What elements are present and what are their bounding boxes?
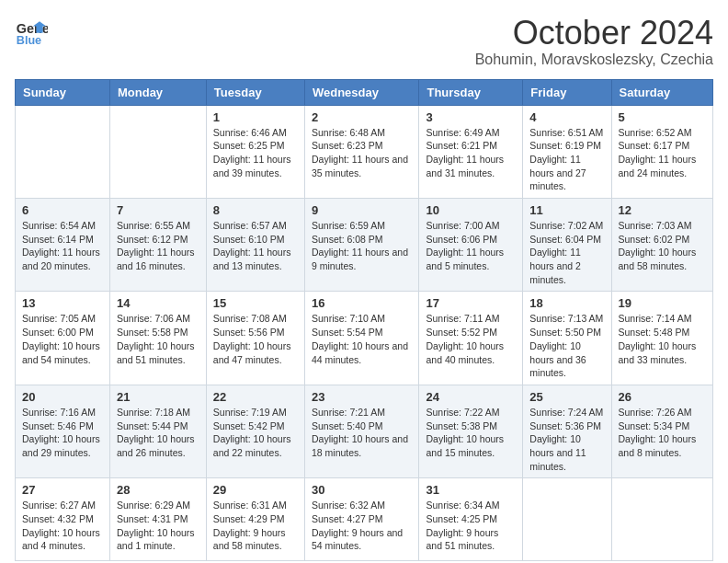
day-number: 23 <box>312 390 413 404</box>
day-info: Sunrise: 7:18 AM Sunset: 5:44 PM Dayligh… <box>117 406 199 460</box>
day-info: Sunrise: 7:21 AM Sunset: 5:40 PM Dayligh… <box>312 406 413 460</box>
day-number: 3 <box>426 110 516 124</box>
title-block: October 2024 Bohumin, Moravskoslezsky, C… <box>475 15 713 68</box>
calendar-cell: 14Sunrise: 7:06 AM Sunset: 5:58 PM Dayli… <box>109 292 206 385</box>
day-info: Sunrise: 7:11 AM Sunset: 5:52 PM Dayligh… <box>426 312 516 366</box>
calendar-cell: 1Sunrise: 6:46 AM Sunset: 6:25 PM Daylig… <box>206 105 304 198</box>
day-number: 6 <box>22 203 103 217</box>
calendar-cell: 7Sunrise: 6:55 AM Sunset: 6:12 PM Daylig… <box>109 199 206 292</box>
calendar-week-2: 6Sunrise: 6:54 AM Sunset: 6:14 PM Daylig… <box>16 199 713 292</box>
day-info: Sunrise: 7:03 AM Sunset: 6:02 PM Dayligh… <box>619 219 706 273</box>
header-thursday: Thursday <box>419 79 523 105</box>
day-number: 30 <box>312 483 413 497</box>
day-info: Sunrise: 6:49 AM Sunset: 6:21 PM Dayligh… <box>426 126 516 180</box>
day-info: Sunrise: 7:02 AM Sunset: 6:04 PM Dayligh… <box>529 219 604 286</box>
header-wednesday: Wednesday <box>304 79 419 105</box>
calendar-cell: 8Sunrise: 6:57 AM Sunset: 6:10 PM Daylig… <box>206 199 304 292</box>
day-number: 18 <box>529 296 604 310</box>
month-title: October 2024 <box>475 15 713 52</box>
day-info: Sunrise: 6:51 AM Sunset: 6:19 PM Dayligh… <box>529 126 604 193</box>
day-info: Sunrise: 6:46 AM Sunset: 6:25 PM Dayligh… <box>213 126 298 180</box>
calendar-cell: 10Sunrise: 7:00 AM Sunset: 6:06 PM Dayli… <box>419 199 523 292</box>
logo-icon: General Blue <box>15 15 48 48</box>
calendar-cell: 20Sunrise: 7:16 AM Sunset: 5:46 PM Dayli… <box>16 385 110 477</box>
calendar-week-5: 27Sunrise: 6:27 AM Sunset: 4:32 PM Dayli… <box>16 478 713 561</box>
day-number: 29 <box>213 483 298 497</box>
day-info: Sunrise: 6:29 AM Sunset: 4:31 PM Dayligh… <box>117 499 199 553</box>
day-info: Sunrise: 7:08 AM Sunset: 5:56 PM Dayligh… <box>213 312 298 366</box>
day-info: Sunrise: 7:13 AM Sunset: 5:50 PM Dayligh… <box>529 312 604 379</box>
day-number: 8 <box>213 203 298 217</box>
day-number: 28 <box>117 483 199 497</box>
day-info: Sunrise: 7:14 AM Sunset: 5:48 PM Dayligh… <box>619 312 706 366</box>
calendar-cell: 30Sunrise: 6:32 AM Sunset: 4:27 PM Dayli… <box>304 478 419 561</box>
calendar-cell: 5Sunrise: 6:52 AM Sunset: 6:17 PM Daylig… <box>611 105 712 198</box>
calendar-cell: 29Sunrise: 6:31 AM Sunset: 4:29 PM Dayli… <box>206 478 304 561</box>
day-info: Sunrise: 7:16 AM Sunset: 5:46 PM Dayligh… <box>22 406 103 460</box>
day-number: 31 <box>426 483 516 497</box>
day-number: 16 <box>312 296 413 310</box>
logo: General Blue <box>15 15 51 48</box>
day-info: Sunrise: 7:19 AM Sunset: 5:42 PM Dayligh… <box>213 406 298 460</box>
header-monday: Monday <box>109 79 206 105</box>
calendar-cell: 9Sunrise: 6:59 AM Sunset: 6:08 PM Daylig… <box>304 199 419 292</box>
header-sunday: Sunday <box>16 79 110 105</box>
calendar-week-3: 13Sunrise: 7:05 AM Sunset: 6:00 PM Dayli… <box>16 292 713 385</box>
day-info: Sunrise: 7:24 AM Sunset: 5:36 PM Dayligh… <box>529 406 604 473</box>
day-number: 10 <box>426 203 516 217</box>
calendar-cell: 18Sunrise: 7:13 AM Sunset: 5:50 PM Dayli… <box>523 292 611 385</box>
calendar-cell: 26Sunrise: 7:26 AM Sunset: 5:34 PM Dayli… <box>611 385 712 477</box>
day-number: 27 <box>22 483 103 497</box>
calendar-cell: 15Sunrise: 7:08 AM Sunset: 5:56 PM Dayli… <box>206 292 304 385</box>
calendar-cell: 6Sunrise: 6:54 AM Sunset: 6:14 PM Daylig… <box>16 199 110 292</box>
calendar-cell: 31Sunrise: 6:34 AM Sunset: 4:25 PM Dayli… <box>419 478 523 561</box>
day-info: Sunrise: 7:22 AM Sunset: 5:38 PM Dayligh… <box>426 406 516 460</box>
calendar-cell: 17Sunrise: 7:11 AM Sunset: 5:52 PM Dayli… <box>419 292 523 385</box>
calendar-cell: 24Sunrise: 7:22 AM Sunset: 5:38 PM Dayli… <box>419 385 523 477</box>
header-saturday: Saturday <box>611 79 712 105</box>
calendar-cell: 22Sunrise: 7:19 AM Sunset: 5:42 PM Dayli… <box>206 385 304 477</box>
day-info: Sunrise: 6:57 AM Sunset: 6:10 PM Dayligh… <box>213 219 298 273</box>
svg-text:Blue: Blue <box>17 34 41 47</box>
day-info: Sunrise: 6:52 AM Sunset: 6:17 PM Dayligh… <box>619 126 706 180</box>
day-number: 2 <box>312 110 413 124</box>
day-info: Sunrise: 7:00 AM Sunset: 6:06 PM Dayligh… <box>426 219 516 273</box>
calendar-cell <box>109 105 206 198</box>
day-number: 21 <box>117 390 199 404</box>
day-number: 12 <box>619 203 706 217</box>
calendar-cell: 23Sunrise: 7:21 AM Sunset: 5:40 PM Dayli… <box>304 385 419 477</box>
location: Bohumin, Moravskoslezsky, Czechia <box>475 52 713 68</box>
calendar-week-4: 20Sunrise: 7:16 AM Sunset: 5:46 PM Dayli… <box>16 385 713 477</box>
calendar-cell: 2Sunrise: 6:48 AM Sunset: 6:23 PM Daylig… <box>304 105 419 198</box>
day-number: 4 <box>529 110 604 124</box>
day-number: 14 <box>117 296 199 310</box>
calendar-cell: 25Sunrise: 7:24 AM Sunset: 5:36 PM Dayli… <box>523 385 611 477</box>
day-number: 5 <box>619 110 706 124</box>
day-number: 25 <box>529 390 604 404</box>
day-number: 26 <box>619 390 706 404</box>
day-info: Sunrise: 7:06 AM Sunset: 5:58 PM Dayligh… <box>117 312 199 366</box>
calendar-cell: 13Sunrise: 7:05 AM Sunset: 6:00 PM Dayli… <box>16 292 110 385</box>
calendar-cell: 28Sunrise: 6:29 AM Sunset: 4:31 PM Dayli… <box>109 478 206 561</box>
day-info: Sunrise: 6:31 AM Sunset: 4:29 PM Dayligh… <box>213 499 298 553</box>
day-info: Sunrise: 6:32 AM Sunset: 4:27 PM Dayligh… <box>312 499 413 553</box>
calendar-cell: 4Sunrise: 6:51 AM Sunset: 6:19 PM Daylig… <box>523 105 611 198</box>
header-friday: Friday <box>523 79 611 105</box>
calendar-cell <box>16 105 110 198</box>
day-info: Sunrise: 6:27 AM Sunset: 4:32 PM Dayligh… <box>22 499 103 553</box>
calendar-week-1: 1Sunrise: 6:46 AM Sunset: 6:25 PM Daylig… <box>16 105 713 198</box>
day-number: 7 <box>117 203 199 217</box>
calendar-cell: 16Sunrise: 7:10 AM Sunset: 5:54 PM Dayli… <box>304 292 419 385</box>
calendar-cell: 11Sunrise: 7:02 AM Sunset: 6:04 PM Dayli… <box>523 199 611 292</box>
day-info: Sunrise: 7:26 AM Sunset: 5:34 PM Dayligh… <box>619 406 706 460</box>
day-number: 22 <box>213 390 298 404</box>
day-number: 11 <box>529 203 604 217</box>
calendar-header-row: SundayMondayTuesdayWednesdayThursdayFrid… <box>16 79 713 105</box>
calendar-cell <box>611 478 712 561</box>
header-tuesday: Tuesday <box>206 79 304 105</box>
day-info: Sunrise: 7:05 AM Sunset: 6:00 PM Dayligh… <box>22 312 103 366</box>
day-info: Sunrise: 6:59 AM Sunset: 6:08 PM Dayligh… <box>312 219 413 273</box>
day-number: 15 <box>213 296 298 310</box>
day-number: 13 <box>22 296 103 310</box>
calendar-cell: 12Sunrise: 7:03 AM Sunset: 6:02 PM Dayli… <box>611 199 712 292</box>
